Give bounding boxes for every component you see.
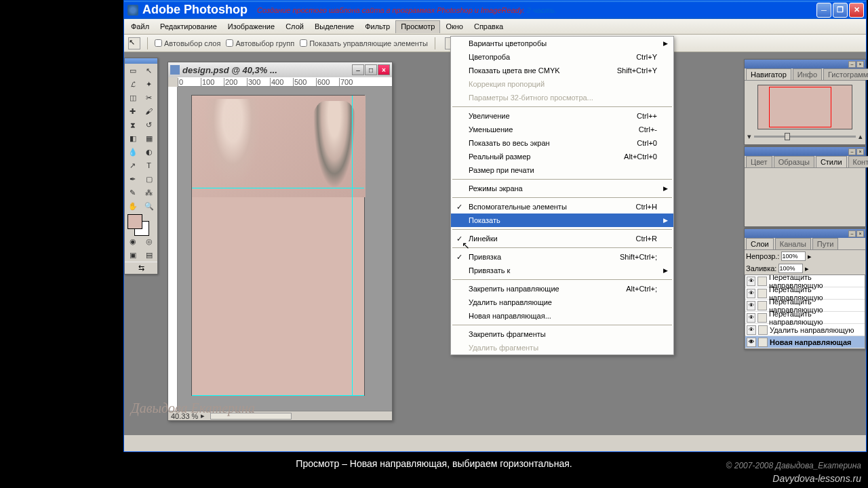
panel-close[interactable]: × bbox=[856, 148, 864, 155]
color-swatches[interactable] bbox=[125, 213, 157, 235]
guide-vertical[interactable] bbox=[352, 96, 353, 395]
fill-input[interactable] bbox=[778, 264, 803, 273]
panel-min[interactable]: – bbox=[848, 148, 856, 155]
path-tool[interactable]: ↗ bbox=[125, 159, 140, 172]
notes-tool[interactable]: ✎ bbox=[125, 186, 140, 199]
blur-tool[interactable]: 💧 bbox=[125, 145, 140, 159]
guide-horizontal[interactable] bbox=[192, 395, 364, 396]
shape-tool[interactable]: ▢ bbox=[141, 172, 157, 186]
lasso-tool[interactable]: 𝓛 bbox=[125, 77, 140, 91]
menu-item[interactable]: ✓ЛинейкиCtrl+R bbox=[451, 232, 673, 245]
menu-item[interactable]: ЦветопробаCtrl+Y bbox=[451, 50, 673, 64]
tab-info[interactable]: Инфо bbox=[793, 68, 822, 80]
quick-mask[interactable]: ◎ bbox=[141, 235, 157, 248]
eyedropper-tool[interactable]: ⁂ bbox=[141, 186, 157, 199]
menu-view[interactable]: Просмотр bbox=[395, 20, 440, 33]
menu-select[interactable]: Выделение bbox=[309, 20, 359, 33]
tab-swatches[interactable]: Образцы bbox=[774, 156, 814, 167]
tab-styles[interactable]: Стили bbox=[816, 156, 847, 167]
menu-item[interactable]: Реальный размерAlt+Ctrl+0 bbox=[451, 150, 673, 163]
stamp-tool[interactable]: ⧗ bbox=[125, 118, 140, 131]
ruler-vertical[interactable] bbox=[168, 87, 178, 411]
doc-minimize[interactable]: – bbox=[352, 64, 364, 75]
menu-edit[interactable]: Редактирование bbox=[155, 20, 222, 33]
zoom-tool[interactable]: 🔍 bbox=[141, 199, 157, 213]
move-tool-icon[interactable]: ↖ bbox=[128, 37, 140, 49]
zoom-slider[interactable] bbox=[754, 136, 856, 138]
auto-select-layer-checkbox[interactable]: Автовыбор слоя bbox=[155, 39, 220, 47]
tutorial-link[interactable]: 2 часть. bbox=[527, 6, 557, 14]
menu-item[interactable]: Показать цвета вне CMYKShift+Ctrl+Y bbox=[451, 64, 673, 77]
auto-select-group-checkbox[interactable]: Автовыбор групп bbox=[226, 39, 294, 47]
show-transform-controls-checkbox[interactable]: Показать управляющие элементы bbox=[300, 39, 428, 47]
navigator-thumb[interactable] bbox=[757, 85, 852, 129]
menu-item[interactable]: ✓Вспомогательные элементыCtrl+H bbox=[451, 200, 673, 214]
menu-layer[interactable]: Слой bbox=[280, 20, 309, 33]
doc-titlebar[interactable]: design.psd @ 40,3% ... – □ × bbox=[168, 62, 392, 77]
fg-color-swatch[interactable] bbox=[127, 214, 142, 229]
menu-item[interactable]: Закрепить направляющиеAlt+Ctrl+; bbox=[451, 282, 673, 296]
zoom-in-icon[interactable]: ▴ bbox=[859, 132, 863, 141]
screen-mode-1[interactable]: ▣ bbox=[125, 248, 140, 262]
menu-item[interactable]: Удалить направляющие bbox=[451, 296, 673, 309]
canvas-area[interactable] bbox=[178, 87, 392, 411]
pen-tool[interactable]: ✒ bbox=[125, 172, 140, 186]
menu-window[interactable]: Окно bbox=[440, 20, 469, 33]
tab-paths[interactable]: Пути bbox=[812, 238, 839, 249]
hand-tool[interactable]: ✋ bbox=[125, 199, 140, 213]
tab-channels[interactable]: Каналы bbox=[775, 238, 811, 249]
menu-item[interactable]: Варианты цветопробы▶ bbox=[451, 37, 673, 50]
panel-min[interactable]: – bbox=[848, 61, 856, 68]
panel-close[interactable]: × bbox=[856, 230, 864, 237]
gradient-tool[interactable]: ▦ bbox=[141, 131, 157, 145]
marquee-tool[interactable]: ▭ bbox=[125, 64, 140, 77]
maximize-button[interactable]: ❐ bbox=[833, 3, 848, 18]
menu-item[interactable]: Размер при печати bbox=[451, 163, 673, 177]
doc-maximize[interactable]: □ bbox=[365, 64, 377, 75]
screen-mode-2[interactable]: ▤ bbox=[141, 248, 157, 262]
minimize-button[interactable]: ─ bbox=[816, 3, 831, 18]
menu-item[interactable]: УвеличениеCtrl++ bbox=[451, 109, 673, 123]
tab-contours[interactable]: Контуры bbox=[848, 156, 868, 167]
tab-layers[interactable]: Слои bbox=[746, 238, 774, 249]
history-brush-tool[interactable]: ↺ bbox=[141, 118, 157, 131]
history-list[interactable]: 👁Перетащить направляющую👁Перетащить напр… bbox=[745, 274, 865, 349]
history-item[interactable]: 👁Новая направляющая bbox=[745, 336, 865, 348]
menu-item[interactable]: УменьшениеCtrl+- bbox=[451, 123, 673, 136]
doc-close[interactable]: × bbox=[378, 64, 390, 75]
wand-tool[interactable]: ✦ bbox=[141, 77, 157, 91]
zoom-out-icon[interactable]: ▾ bbox=[747, 132, 751, 141]
canvas[interactable] bbox=[191, 95, 365, 396]
menu-item[interactable]: Показать▶ bbox=[451, 214, 673, 227]
opacity-input[interactable] bbox=[781, 251, 806, 261]
move-tool[interactable]: ↖ bbox=[141, 64, 157, 77]
history-item[interactable]: 👁Перетащить направляющую bbox=[745, 312, 865, 324]
menu-item[interactable]: Показать во весь экранCtrl+0 bbox=[451, 136, 673, 150]
tab-color[interactable]: Цвет bbox=[746, 156, 772, 167]
brush-tool[interactable]: 🖌 bbox=[141, 104, 157, 118]
menu-item[interactable]: Закрепить фрагменты bbox=[451, 327, 673, 341]
guide-horizontal[interactable] bbox=[192, 188, 364, 188]
close-button[interactable]: ✕ bbox=[849, 3, 864, 18]
type-tool[interactable]: T bbox=[141, 159, 157, 172]
heal-tool[interactable]: ✚ bbox=[125, 104, 140, 118]
tab-navigator[interactable]: Навигатор bbox=[746, 68, 791, 80]
menu-file[interactable]: Файл bbox=[125, 20, 155, 33]
menu-help[interactable]: Справка bbox=[469, 20, 509, 33]
slice-tool[interactable]: ✂ bbox=[141, 91, 157, 104]
menu-item[interactable]: ✓ПривязкаShift+Ctrl+; bbox=[451, 250, 673, 264]
history-item[interactable]: 👁Удалить направляющую bbox=[745, 324, 865, 336]
menu-filter[interactable]: Фильтр bbox=[359, 20, 395, 33]
crop-tool[interactable]: ◫ bbox=[125, 91, 140, 104]
menu-item[interactable]: Режимы экрана▶ bbox=[451, 182, 673, 195]
panel-min[interactable]: – bbox=[848, 230, 856, 237]
toolbox-header[interactable] bbox=[125, 58, 157, 64]
ruler-horizontal[interactable]: 0100200300400500600700 bbox=[178, 77, 392, 87]
dodge-tool[interactable]: ◐ bbox=[141, 145, 157, 159]
tab-histogram[interactable]: Гистограмма bbox=[823, 68, 868, 80]
menu-item[interactable]: Новая направляющая... bbox=[451, 309, 673, 323]
menu-item[interactable]: Привязать к▶ bbox=[451, 264, 673, 277]
imageready-jump[interactable]: ⇆ bbox=[125, 262, 157, 274]
panel-close[interactable]: × bbox=[856, 61, 864, 68]
mask-mode[interactable]: ◉ bbox=[125, 235, 140, 248]
